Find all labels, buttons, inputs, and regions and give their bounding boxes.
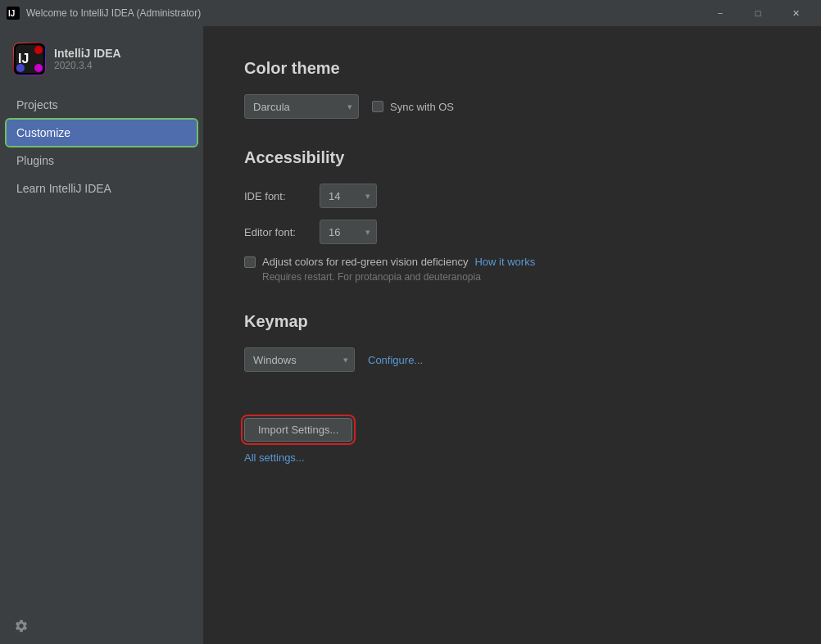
svg-point-5 [34, 46, 43, 54]
keymap-row: Windows macOS Default for XWin Emacs Net… [244, 347, 780, 372]
sidebar-footer [0, 608, 203, 644]
import-section: Import Settings... All settings... [244, 401, 780, 464]
app-icon: IJ [7, 7, 20, 20]
editor-font-dropdown[interactable]: 16 10111213 14151820 [320, 220, 377, 244]
sidebar-item-learn[interactable]: Learn IntelliJ IDEA [7, 175, 197, 202]
vision-hint: Requires restart. For protanopia and deu… [262, 271, 780, 283]
keymap-select-wrapper: Windows macOS Default for XWin Emacs Net… [244, 347, 355, 372]
window-title: Welcome to IntelliJ IDEA (Administrator) [26, 7, 701, 19]
theme-dropdown[interactable]: Darcula IntelliJ Light High Contrast [244, 94, 359, 119]
sync-os-label: Sync with OS [390, 101, 454, 113]
sidebar-logo: IJ IntelliJ IDEA 2020.3.4 [0, 34, 203, 92]
editor-font-row: Editor font: 16 10111213 14151820 [244, 220, 780, 244]
sidebar-item-customize[interactable]: Customize [7, 120, 197, 146]
sidebar: IJ IntelliJ IDEA 2020.3.4 Projects Custo… [0, 26, 203, 644]
svg-point-6 [16, 64, 25, 72]
sync-os-row: Sync with OS [372, 101, 454, 113]
titlebar: IJ Welcome to IntelliJ IDEA (Administrat… [0, 0, 821, 26]
vision-deficiency-row: Adjust colors for red-green vision defic… [244, 256, 780, 268]
theme-row: Darcula IntelliJ Light High Contrast Syn… [244, 94, 780, 119]
sidebar-nav: Projects Customize Plugins Learn Intelli… [0, 92, 203, 608]
app-name: IntelliJ IDEA [54, 47, 121, 60]
logo-icon: IJ [13, 43, 46, 75]
color-theme-section: Color theme Darcula IntelliJ Light High … [244, 59, 780, 119]
sidebar-item-plugins[interactable]: Plugins [7, 147, 197, 174]
ide-font-select-wrapper: 14 10111213 15161820 [320, 184, 377, 208]
all-settings-link[interactable]: All settings... [244, 451, 780, 464]
vision-label: Adjust colors for red-green vision defic… [262, 256, 468, 268]
keymap-section: Keymap Windows macOS Default for XWin Em… [244, 312, 780, 372]
sync-os-checkbox[interactable] [372, 101, 383, 112]
svg-text:IJ: IJ [18, 52, 29, 66]
app-version: 2020.3.4 [54, 60, 121, 71]
ide-font-label: IDE font: [244, 190, 310, 202]
configure-link[interactable]: Configure... [368, 354, 423, 366]
sidebar-logo-text: IntelliJ IDEA 2020.3.4 [54, 47, 121, 71]
accessibility-section: Accessibility IDE font: 14 10111213 1516… [244, 148, 780, 283]
content-area: Color theme Darcula IntelliJ Light High … [203, 26, 821, 644]
sidebar-item-projects[interactable]: Projects [7, 92, 197, 118]
editor-font-label: Editor font: [244, 226, 310, 238]
ide-font-dropdown[interactable]: 14 10111213 15161820 [320, 184, 377, 208]
maximize-button[interactable]: □ [739, 0, 777, 26]
how-it-works-link[interactable]: How it works [474, 256, 535, 268]
close-button[interactable]: ✕ [777, 0, 814, 26]
main-container: IJ IntelliJ IDEA 2020.3.4 Projects Custo… [0, 26, 821, 644]
accessibility-title: Accessibility [244, 148, 780, 167]
minimize-button[interactable]: − [701, 0, 739, 26]
color-theme-title: Color theme [244, 59, 780, 78]
import-settings-button[interactable]: Import Settings... [244, 418, 352, 442]
vision-checkbox[interactable] [244, 256, 256, 268]
window-controls: − □ ✕ [701, 0, 814, 26]
editor-font-select-wrapper: 16 10111213 14151820 [320, 220, 377, 244]
theme-select-wrapper: Darcula IntelliJ Light High Contrast [244, 94, 359, 119]
ide-font-row: IDE font: 14 10111213 15161820 [244, 184, 780, 208]
settings-gear-button[interactable] [13, 618, 29, 634]
keymap-dropdown[interactable]: Windows macOS Default for XWin Emacs Net… [244, 347, 355, 372]
svg-text:IJ: IJ [8, 9, 15, 18]
keymap-title: Keymap [244, 312, 780, 331]
svg-point-7 [34, 64, 43, 72]
